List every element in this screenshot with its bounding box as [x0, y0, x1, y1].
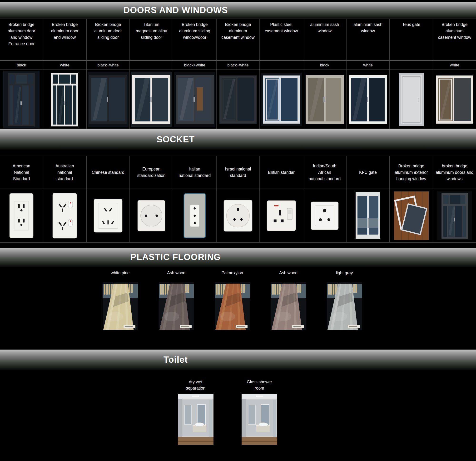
socket-product-name: Chinese standard — [92, 169, 124, 176]
socket-product-name: British standar — [268, 169, 295, 176]
flooring-item: Ash wood — [271, 270, 306, 330]
socket-image-row — [0, 189, 476, 242]
socket-product-name-cell: Chinese standard — [87, 156, 129, 189]
door-image-cell — [43, 70, 86, 129]
door-window-photo — [304, 72, 345, 127]
socket-photo — [394, 191, 429, 240]
door-image-cell — [173, 70, 216, 129]
door-product-name: aluminium sash window — [353, 21, 382, 60]
door-window-photo — [399, 73, 424, 126]
flooring-item: light gray — [327, 270, 362, 330]
socket-image-cell — [43, 189, 86, 242]
socket-product-name-cell: KFC gate — [347, 156, 389, 189]
door-window-photo — [348, 72, 388, 127]
socket-product-name: KFC gate — [359, 169, 377, 176]
socket-photo — [267, 200, 296, 231]
flooring-item: Palmoxylon — [214, 270, 250, 330]
socket-image-cell — [390, 189, 433, 242]
socket-photo — [183, 193, 206, 239]
socket-photo — [350, 191, 386, 240]
plastic-flooring-title: PLASTIC FLOORING — [0, 252, 351, 262]
flooring-photo — [215, 282, 250, 330]
toilet-label: dry wet separation — [186, 379, 205, 391]
door-image-cell — [260, 70, 303, 129]
door-product-name-cell: Teus gate — [390, 19, 433, 60]
socket-image-cell — [87, 189, 129, 242]
door-window-photo — [131, 72, 172, 127]
flooring-label: Ash wood — [279, 270, 298, 278]
doors-image-row — [0, 70, 476, 129]
socket-name-row: American National Standard Australian na… — [0, 156, 476, 189]
door-window-photo — [261, 73, 302, 126]
socket-image-cell — [173, 189, 216, 242]
spacer — [0, 149, 476, 156]
flooring-label: Ash wood — [167, 270, 185, 278]
door-product-name: Broken bridge aluminum casement window — [221, 21, 255, 60]
door-color-cell: white — [433, 61, 476, 70]
door-product-name: Titanium magnesium alloy sliding door — [136, 21, 167, 60]
door-image-cell — [217, 70, 259, 129]
door-image-cell — [130, 70, 173, 129]
flooring-item: Ash wood — [159, 270, 194, 330]
door-window-photo — [218, 73, 258, 126]
door-color-cell: black+white — [87, 61, 129, 70]
door-product-name-cell: Broken bridge aluminum door sliding door — [87, 19, 129, 60]
socket-product-name-cell: Israel national standard — [217, 156, 259, 189]
door-product-name-cell: Broken bridge aluminum door and window E… — [0, 19, 43, 60]
spacer — [0, 267, 476, 270]
flooring-label: Palmoxylon — [221, 270, 243, 278]
door-image-cell — [433, 70, 476, 129]
door-product-name: Plastic steel casement window — [265, 21, 298, 60]
door-window-photo — [47, 71, 83, 128]
door-color-cell: black — [0, 61, 43, 70]
socket-product-name: Indian/South African national standard — [309, 163, 340, 182]
door-product-name-cell: Titanium magnesium alloy sliding door — [130, 19, 173, 60]
door-color-label: black+white — [97, 63, 119, 68]
door-product-name-cell: aluminium sash window — [303, 19, 346, 60]
door-image-cell — [347, 70, 389, 129]
door-product-name-cell: Broken bridge aluminum door and window — [43, 19, 86, 60]
door-image-cell — [390, 70, 433, 129]
flooring-label: light gray — [336, 270, 353, 278]
socket-photo — [437, 191, 472, 240]
toilet-photo — [242, 394, 277, 445]
door-product-name-cell: aluminium sash window — [347, 19, 389, 60]
flooring-photo — [327, 282, 362, 330]
door-color-cell: white — [347, 61, 389, 70]
door-image-cell — [303, 70, 346, 129]
toilet-row: dry wet separation Glass shower room — [178, 379, 277, 445]
socket-product-name-cell: broken bridge aluminum doors and windows — [433, 156, 476, 189]
door-product-name: Broken bridge aluminum door and window — [51, 21, 78, 60]
door-product-name: aluminium sash window — [310, 21, 339, 60]
door-color-label: black — [17, 63, 26, 68]
door-product-name: Broken bridge aluminum sliding window/do… — [179, 21, 210, 60]
socket-product-name-cell: British standar — [260, 156, 303, 189]
door-product-name-cell: Plastic steel casement window — [260, 19, 303, 60]
toilet-label: Glass shower room — [247, 379, 272, 391]
socket-product-name-cell: European standardization — [130, 156, 173, 189]
door-color-cell: white — [43, 61, 86, 70]
socket-product-name: Australian national standard — [55, 163, 74, 182]
socket-photo — [137, 200, 165, 231]
door-color-label: black — [320, 63, 329, 68]
door-color-label: white — [450, 63, 459, 68]
door-color-cell: black+white — [217, 61, 259, 70]
toilet-photo — [178, 394, 213, 445]
spacer — [0, 243, 476, 248]
socket-image-cell — [260, 189, 303, 242]
socket-title: SOCKET — [0, 135, 351, 145]
door-product-name: Broken bridge aluminum casement window — [438, 21, 471, 60]
socket-photo — [9, 193, 34, 238]
socket-product-name: American National Standard — [13, 163, 30, 182]
flooring-photo — [271, 282, 306, 330]
socket-product-name-cell: Broken bridge aluminum exterior hanging … — [390, 156, 433, 189]
plastic-flooring-banner: PLASTIC FLOORING — [0, 248, 476, 267]
socket-photo — [311, 201, 339, 230]
door-color-cell — [260, 61, 303, 70]
toilet-item: Glass shower room — [242, 379, 277, 445]
top-margin — [0, 0, 476, 2]
door-color-label: white — [363, 63, 373, 68]
socket-product-name: Israel national standard — [225, 166, 251, 179]
door-product-name: Teus gate — [402, 21, 420, 60]
door-color-cell: black — [303, 61, 346, 70]
